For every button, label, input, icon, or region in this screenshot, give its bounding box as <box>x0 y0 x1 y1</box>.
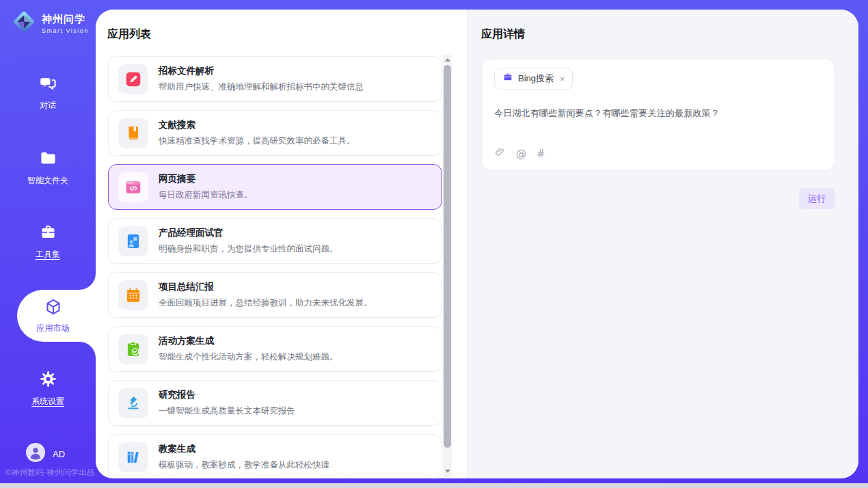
scroll-up-icon[interactable] <box>443 55 452 64</box>
at-sign-icon[interactable]: @ <box>516 148 526 160</box>
sidebar-item-label: 系统设置 <box>31 396 64 407</box>
app-detail-panel: 应用详情 Bing搜索 × 今日湖北有哪些新闻要点？有哪些需要关注的最新政策？ <box>467 10 858 478</box>
app-desc: 明确身份和职责，为您提供专业性的面试问题。 <box>159 243 338 255</box>
app-desc: 智能生成个性化活动方案，轻松解决规划难题。 <box>159 351 338 363</box>
cube-icon <box>44 297 70 319</box>
tab-curve-bottom <box>79 342 96 358</box>
tool-tag-label: Bing搜索 <box>518 72 554 85</box>
app-card[interactable]: 研究报告 一键智能生成高质量长文本研究报告 <box>108 380 442 426</box>
app-list-title: 应用列表 <box>107 27 151 42</box>
close-icon[interactable]: × <box>560 74 565 83</box>
sidebar-item-settings[interactable]: 系统设置 <box>0 370 96 407</box>
app-desc: 快速精准查找学术资源，提高研究效率的必备工具。 <box>159 135 355 147</box>
book-icon <box>118 118 148 148</box>
brand-name: 神州问学 <box>42 13 89 26</box>
sidebar: 神州问学 Smart Vision 对话 智能文件夹 <box>0 0 96 483</box>
scrollbar[interactable] <box>443 55 452 477</box>
user-account[interactable]: AD <box>26 443 65 465</box>
scrollbar-thumb[interactable] <box>444 65 451 448</box>
bottom-edge-strip <box>0 483 868 488</box>
scroll-down-icon[interactable] <box>443 466 452 476</box>
toolbox-icon <box>39 223 57 244</box>
app-desc: 每日政府新闻资讯快查。 <box>159 189 253 201</box>
person-doc-icon <box>118 226 148 256</box>
copyright-text: ©神州数码·神州问学出品 <box>5 467 96 478</box>
app-title: 招标文件解析 <box>159 65 364 77</box>
calendar-icon <box>118 280 148 310</box>
sidebar-item-label: 智能文件夹 <box>27 175 68 187</box>
gear-icon <box>39 370 57 391</box>
paperclip-icon[interactable] <box>494 146 506 161</box>
app-desc: 一键智能生成高质量长文本研究报告 <box>159 405 295 417</box>
app-desc: 帮助用户快速、准确地理解和解析招标书中的关键信息 <box>159 81 364 93</box>
chat-icon <box>39 74 57 95</box>
app-title: 文献搜索 <box>159 119 355 131</box>
brand-subtitle: Smart Vision <box>42 27 89 34</box>
app-desc: 全面回顾项目进展，总结经验教训，助力未来优化发展。 <box>159 297 372 309</box>
folder-icon <box>39 149 57 170</box>
app-card[interactable]: 产品经理面试官 明确身份和职责，为您提供专业性的面试问题。 <box>108 218 442 264</box>
user-initials: AD <box>53 449 65 459</box>
sidebar-item-smart-folder[interactable]: 智能文件夹 <box>0 149 96 187</box>
app-card[interactable]: 活动方案生成 智能生成个性化活动方案，轻松解决规划难题。 <box>108 326 442 372</box>
browser-code-icon <box>118 172 148 202</box>
books-icon <box>118 442 148 472</box>
brand-logo: 神州问学 Smart Vision <box>11 9 89 38</box>
app-title: 研究报告 <box>159 389 295 401</box>
sidebar-item-label: 应用市场 <box>37 323 77 334</box>
app-title: 网页摘要 <box>159 173 253 185</box>
clipboard-check-icon <box>118 334 148 364</box>
main-container: 应用列表 招标文件解析 帮助用户快速、准确地理解和解析招标书中的关键信息 文献搜… <box>96 10 858 478</box>
sidebar-item-toolbox[interactable]: 工具集 <box>0 223 96 260</box>
run-button[interactable]: 运行 <box>799 188 835 209</box>
app-card[interactable]: 网页摘要 每日政府新闻资讯快查。 <box>108 164 442 210</box>
sidebar-item-chat[interactable]: 对话 <box>0 74 96 111</box>
briefcase-icon <box>502 72 513 85</box>
app-title: 产品经理面试官 <box>159 227 338 239</box>
app-list-panel: 应用列表 招标文件解析 帮助用户快速、准确地理解和解析招标书中的关键信息 文献搜… <box>96 10 467 478</box>
hash-icon[interactable]: # <box>537 148 545 160</box>
sidebar-item-app-market[interactable]: 应用市场 <box>17 290 96 342</box>
app-title: 教案生成 <box>159 443 329 455</box>
person-icon avatar <box>26 443 45 465</box>
app-title: 活动方案生成 <box>159 335 338 347</box>
app-card[interactable]: 项目总结汇报 全面回顾项目进展，总结经验教训，助力未来优化发展。 <box>108 272 442 318</box>
tool-tag-bing-search[interactable]: Bing搜索 × <box>494 68 573 90</box>
app-card[interactable]: 文献搜索 快速精准查找学术资源，提高研究效率的必备工具。 <box>108 110 442 156</box>
tab-curve-top <box>79 273 96 290</box>
attachment-toolbar: @ # <box>494 146 822 161</box>
query-text[interactable]: 今日湖北有哪些新闻要点？有哪些需要关注的最新政策？ <box>494 107 822 120</box>
prompt-input-card[interactable]: Bing搜索 × 今日湖北有哪些新闻要点？有哪些需要关注的最新政策？ @ # <box>481 59 835 171</box>
app-desc: 模板驱动，教案秒成，教学准备从此轻松快捷 <box>159 459 329 471</box>
microscope-icon <box>118 388 148 418</box>
app-title: 项目总结汇报 <box>159 281 372 293</box>
app-card[interactable]: 招标文件解析 帮助用户快速、准确地理解和解析招标书中的关键信息 <box>108 56 442 102</box>
sidebar-item-label: 对话 <box>40 100 56 111</box>
sidebar-item-label: 工具集 <box>36 249 60 260</box>
edit-square-icon <box>118 64 148 94</box>
app-card-list: 招标文件解析 帮助用户快速、准确地理解和解析招标书中的关键信息 文献搜索 快速精… <box>108 56 442 478</box>
diamond-logo-icon <box>11 9 37 38</box>
app-detail-title: 应用详情 <box>481 27 835 42</box>
app-card[interactable]: 教案生成 模板驱动，教案秒成，教学准备从此轻松快捷 <box>108 434 442 478</box>
